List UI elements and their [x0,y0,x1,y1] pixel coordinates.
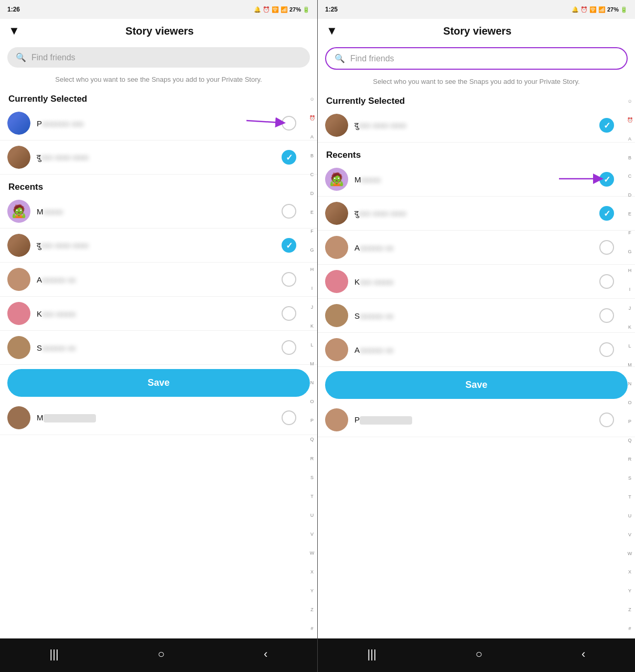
recent-item-6-right[interactable]: Axxxxxx xx [318,333,635,367]
bottom-nav-left: ||| ○ ‹ [0,638,317,672]
name-recent-7-right: P [354,415,599,425]
avatar-recent-6-right [325,338,348,361]
recent-item-3-left[interactable]: Axxxxxx xx [0,263,317,297]
avatar-selected-2-left [7,146,30,169]
checkbox-recent-4-left[interactable] [282,306,296,321]
name-recent-2-right: दुxxx xxxx xxxx [354,209,599,218]
nav-back-left[interactable]: ‹ [264,647,267,661]
recent-item-2-left[interactable]: दुxxx xxxx xxxx [0,229,317,263]
page-title-left: Story viewers [26,25,293,37]
checkbox-recent-2-right[interactable] [599,206,614,221]
back-button-left[interactable]: ▼ [8,24,20,38]
avatar-recent-2-left [7,234,30,257]
avatar-selected-1-left [7,112,30,135]
header-left: ▼ Story viewers [0,19,317,43]
content-right: Currently Selected दुxxx xxxx xxxx Recen… [318,92,635,638]
checkbox-recent-3-left[interactable] [282,272,296,287]
selected-item-1-left[interactable]: Pxxxxxxx xxx [0,106,317,140]
left-phone: 1:26 🔔 ⏰ 🛜 📶 27% 🔋 ▼ Story viewers 🔍 Fin… [0,0,317,672]
name-recent-5-left: Sxxxxxx xx [37,343,282,352]
avatar-recent-7-right [325,408,348,431]
search-input-right[interactable]: Find friends [350,54,394,63]
recent-item-5-right[interactable]: Sxxxxxx xx [318,299,635,333]
recent-item-2-right[interactable]: दुxxx xxxx xxxx [318,197,635,231]
subtitle-right: Select who you want to see the Snaps you… [318,74,635,92]
search-bar-right[interactable]: 🔍 Find friends [325,47,628,70]
header-right: ▼ Story viewers [318,19,635,43]
status-time-left: 1:26 [7,6,20,13]
recent-item-7-right[interactable]: P [318,403,635,437]
selected-item-1-right[interactable]: दुxxx xxxx xxxx [318,109,635,143]
subtitle-left: Select who you want to see the Snaps you… [0,72,317,90]
currently-selected-header-right: Currently Selected [318,92,635,109]
checkbox-recent-5-left[interactable] [282,340,296,355]
status-icons-left: 🔔 ⏰ 🛜 📶 27% 🔋 [254,6,310,13]
recent-item-3-right[interactable]: Axxxxxx xx [318,231,635,265]
save-button-left[interactable]: Save [7,369,310,397]
name-recent-5-right: Sxxxxxx xx [354,311,599,320]
svg-line-1 [246,121,281,123]
status-bar-right: 1:25 🔔 ⏰ 🛜 📶 27% 🔋 [318,0,635,19]
name-recent-3-left: Axxxxxx xx [37,275,282,284]
recents-header-left: Recents [0,178,317,194]
name-recent-3-right: Axxxxxx xx [354,243,599,252]
checkbox-recent-3-right[interactable] [599,240,614,255]
recent-item-1-left[interactable]: 🧟 Mxxxxx [0,194,317,229]
checkbox-recent-1-left[interactable] [282,204,296,219]
name-selected-1-right: दुxxx xxxx xxxx [354,121,599,130]
name-recent-2-left: दुxxx xxxx xxxx [37,241,282,250]
recents-header-right: Recents [318,146,635,162]
avatar-recent-2-right [325,202,348,225]
nav-back-right[interactable]: ‹ [582,647,585,661]
currently-selected-header-left: Currently Selected [0,90,317,106]
name-recent-1-left: Mxxxxx [37,207,282,216]
checkbox-selected-2-left[interactable] [282,150,296,165]
arrow-right-1 [559,171,606,187]
back-button-right[interactable]: ▼ [326,24,338,38]
recent-item-5-left[interactable]: Sxxxxxx xx [0,331,317,365]
name-recent-4-right: Kxxx xxxxx [354,277,599,286]
checkbox-recent-6-right[interactable] [599,342,614,357]
content-left: Currently Selected Pxxxxxxx xxx [0,90,317,638]
name-recent-6-left: M [37,413,282,422]
avatar-recent-3-right [325,236,348,259]
checkbox-recent-4-right[interactable] [599,274,614,289]
arrow-left-1 [246,115,288,131]
avatar-recent-5-right [325,304,348,327]
search-input-left[interactable]: Find friends [31,53,76,62]
status-icons-right: 🔔 ⏰ 🛜 📶 27% 🔋 [572,6,628,13]
checkbox-recent-6-left[interactable] [282,410,296,425]
name-selected-1-left: Pxxxxxxx xxx [37,119,282,128]
avatar-recent-3-left [7,268,30,291]
page-title-right: Story viewers [344,25,611,37]
recent-item-1-right[interactable]: 🧟 Mxxxxx [318,162,635,197]
nav-menu-left[interactable]: ||| [50,647,59,661]
bottom-nav-right: ||| ○ ‹ [318,638,635,672]
name-recent-4-left: Kxxx xxxxx [37,309,282,318]
status-time-right: 1:25 [325,6,338,13]
selected-item-2-left[interactable]: दुxxx xxxx xxxx [0,140,317,175]
checkbox-recent-2-left[interactable] [282,238,296,253]
status-bar-left: 1:26 🔔 ⏰ 🛜 📶 27% 🔋 [0,0,317,19]
avatar-recent-6-left [7,406,30,429]
nav-home-left[interactable]: ○ [158,647,165,661]
recent-item-4-left[interactable]: Kxxx xxxxx [0,297,317,331]
checkbox-selected-1-right[interactable] [599,118,614,133]
search-icon-left: 🔍 [16,52,26,62]
search-icon-right: 🔍 [335,53,345,63]
recent-item-4-right[interactable]: Kxxx xxxxx [318,265,635,299]
name-selected-2-left: दुxxx xxxx xxxx [37,153,282,162]
avatar-recent-4-right [325,270,348,293]
checkbox-recent-7-right[interactable] [599,413,614,427]
nav-menu-right[interactable]: ||| [368,647,376,661]
avatar-recent-1-left: 🧟 [7,200,30,223]
avatar-recent-1-right: 🧟 [325,168,348,191]
avatar-selected-1-right [325,114,348,137]
checkbox-recent-5-right[interactable] [599,308,614,323]
avatar-recent-5-left [7,336,30,359]
recent-item-6-left[interactable]: M [0,401,317,435]
nav-home-right[interactable]: ○ [476,647,482,661]
name-recent-6-right: Axxxxxx xx [354,345,599,354]
save-button-right[interactable]: Save [325,371,628,399]
search-bar-left[interactable]: 🔍 Find friends [7,47,310,68]
